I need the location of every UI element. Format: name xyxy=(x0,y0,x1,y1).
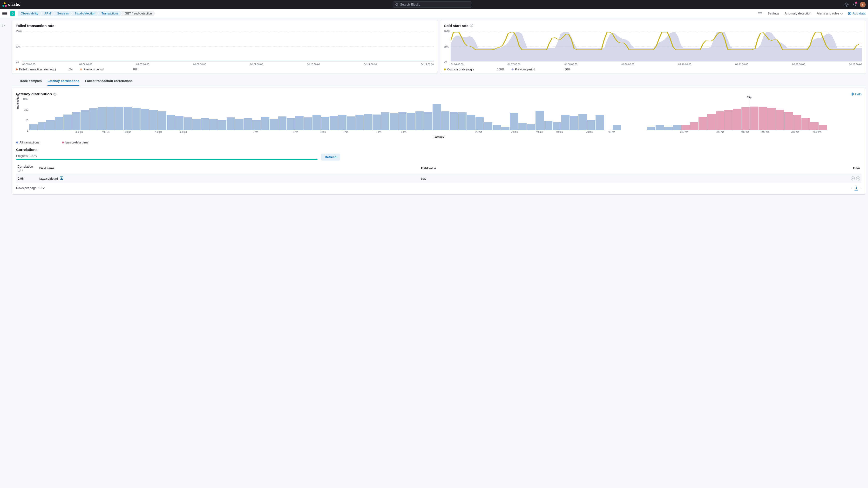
tab-failed-correlations[interactable]: Failed transaction correlations xyxy=(85,79,133,86)
rows-per-page[interactable]: Rows per page: 10 xyxy=(16,186,45,190)
svg-line-16 xyxy=(62,178,62,179)
correlation-tabs: Trace samples Latency correlations Faile… xyxy=(11,76,866,86)
page-prev[interactable]: ‹ xyxy=(851,186,852,190)
progress-label: Progress: 100% xyxy=(16,154,317,158)
add-data-link[interactable]: Add data xyxy=(848,11,866,15)
app-header: D Observability APM Services fraud-detec… xyxy=(0,9,868,18)
global-search[interactable]: Search Elastic xyxy=(393,1,471,8)
refresh-button[interactable]: Refresh xyxy=(321,154,340,160)
page-current[interactable]: 1 xyxy=(855,186,858,190)
col-filter: Filter xyxy=(671,163,862,174)
failed-transaction-rate-panel: Failed transaction rate 100% 50% 0% 04-0… xyxy=(11,20,438,74)
col-correlation[interactable]: Correlation i ↓ xyxy=(16,163,38,174)
lens-icon[interactable] xyxy=(60,176,63,181)
main-content: Failed transaction rate 100% 50% 0% 04-0… xyxy=(0,18,868,200)
svg-point-13 xyxy=(852,94,853,94)
chevron-down-icon xyxy=(840,13,843,14)
svg-point-5 xyxy=(760,12,762,14)
col-field-name[interactable]: Field name xyxy=(38,163,420,174)
space-selector[interactable]: D xyxy=(10,11,15,16)
chevron-down-icon xyxy=(42,187,45,189)
latency-title: Latency distribution? xyxy=(16,92,56,96)
latency-histogram[interactable]: Transactions 1000 100 10 1 95p 300 µs400… xyxy=(16,98,862,135)
user-avatar[interactable]: r xyxy=(860,2,866,7)
filter-out-icon[interactable]: − xyxy=(856,177,860,180)
settings-link[interactable]: Settings xyxy=(768,11,779,15)
cold-start-rate-panel: Cold start rate? 100% 50% 0% 04-06 00:00… xyxy=(440,20,866,74)
sort-down-icon: ↓ xyxy=(22,168,23,172)
global-header: elastic Search Elastic r xyxy=(0,0,868,9)
page-next[interactable]: › xyxy=(861,186,862,190)
search-icon xyxy=(395,3,399,6)
help-icon[interactable] xyxy=(844,2,849,7)
failed-rate-chart[interactable]: 100% 50% 0% 04-05 00:0004-06 00:0004-07 … xyxy=(16,30,434,66)
svg-point-0 xyxy=(396,3,398,5)
panel-title: Failed transaction rate xyxy=(16,24,434,28)
pagination: ‹ 1 › xyxy=(851,186,862,190)
crumb-transaction-name: GET fraud-detection xyxy=(121,10,155,17)
svg-rect-14 xyxy=(60,177,63,180)
svg-line-1 xyxy=(398,5,399,6)
anomaly-detection-link[interactable]: Anomaly detection xyxy=(784,11,811,15)
search-placeholder: Search Elastic xyxy=(400,3,420,6)
filter-in-icon[interactable]: + xyxy=(851,177,855,180)
newsfeed-icon[interactable] xyxy=(852,2,857,7)
svg-point-4 xyxy=(758,12,760,14)
glasses-icon[interactable] xyxy=(758,11,762,15)
add-data-icon xyxy=(848,12,851,15)
panel-title: Cold start rate? xyxy=(444,24,862,28)
correlations-title: Correlations xyxy=(16,148,862,152)
info-icon[interactable]: ? xyxy=(470,24,473,27)
svg-point-3 xyxy=(846,4,847,5)
crumb-observability[interactable]: Observability xyxy=(18,10,41,17)
nav-toggle-icon[interactable] xyxy=(2,12,7,15)
crumb-services[interactable]: Services xyxy=(53,10,72,17)
svg-point-15 xyxy=(61,178,62,179)
cold-start-chart[interactable]: 100% 50% 0% 04-06 00:0004-07 00:0004-08 … xyxy=(444,30,862,66)
col-field-value[interactable]: Field value xyxy=(420,163,671,174)
x-axis-label: Latency xyxy=(16,135,862,139)
table-row[interactable]: 0.98 faas.coldstart true +− xyxy=(16,174,862,183)
breadcrumb: Observability APM Services fraud-detecti… xyxy=(18,10,155,17)
svg-point-2 xyxy=(845,3,848,6)
tab-trace-samples[interactable]: Trace samples xyxy=(19,79,42,86)
crumb-transactions[interactable]: Transactions xyxy=(97,10,122,17)
elastic-logo-icon xyxy=(2,2,7,7)
help-link[interactable]: Help xyxy=(850,92,862,96)
tab-latency-correlations[interactable]: Latency correlations xyxy=(48,79,79,86)
crumb-apm[interactable]: APM xyxy=(40,10,54,17)
info-icon[interactable]: ? xyxy=(53,93,56,96)
alerts-rules-link[interactable]: Alerts and rules xyxy=(817,11,843,15)
correlations-table: Correlation i ↓ Field name Field value F… xyxy=(16,163,862,183)
elastic-logo[interactable]: elastic xyxy=(2,2,20,7)
brand-text: elastic xyxy=(8,2,20,7)
latency-correlations-panel: Latency distribution? Help Transactions … xyxy=(11,88,866,194)
crumb-service-name[interactable]: fraud-detection xyxy=(71,10,98,17)
info-icon[interactable]: i xyxy=(18,169,21,172)
sidebar-expand-icon[interactable] xyxy=(1,24,5,28)
svg-point-12 xyxy=(851,93,854,95)
progress-bar xyxy=(16,159,317,160)
